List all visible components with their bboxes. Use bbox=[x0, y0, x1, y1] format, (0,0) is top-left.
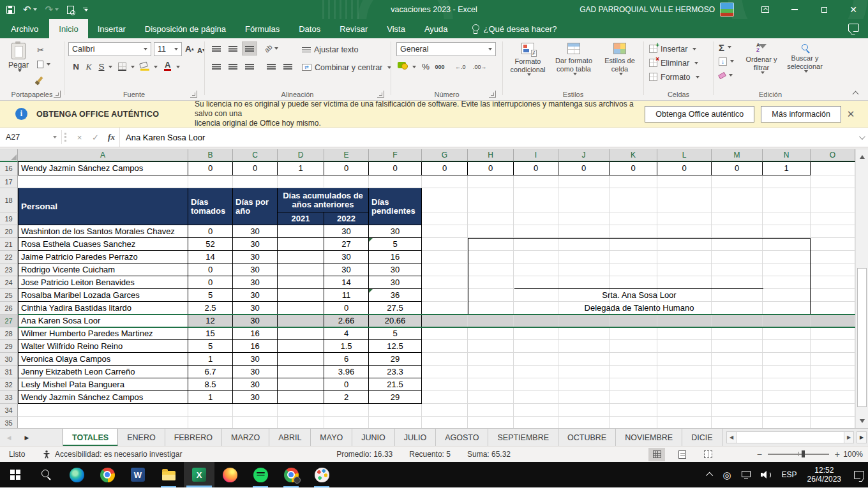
cell[interactable]: 30 bbox=[233, 251, 278, 264]
cell[interactable]: 0 bbox=[233, 162, 278, 175]
cell-styles-button[interactable]: Estilos de celda bbox=[597, 38, 642, 75]
save-button[interactable] bbox=[6, 0, 15, 19]
align-center-button[interactable] bbox=[225, 59, 241, 73]
cell[interactable] bbox=[657, 276, 712, 289]
print-preview-button[interactable] bbox=[67, 0, 74, 19]
cell[interactable] bbox=[468, 366, 514, 378]
cell[interactable]: 5 bbox=[188, 340, 233, 353]
row-header-29[interactable]: 29 bbox=[0, 340, 18, 353]
cell-name[interactable]: Lesly Mishel Pata Banguera bbox=[18, 378, 188, 391]
cell[interactable] bbox=[610, 315, 657, 327]
cell[interactable]: 2.5 bbox=[188, 302, 233, 315]
cell[interactable]: 0 bbox=[558, 162, 610, 175]
more-info-button[interactable]: Más información bbox=[761, 106, 841, 122]
number-format-select[interactable]: General bbox=[396, 42, 496, 56]
cell[interactable] bbox=[514, 340, 558, 353]
confirm-entry-button[interactable]: ✓ bbox=[87, 128, 103, 147]
cell[interactable] bbox=[558, 264, 610, 276]
cell[interactable] bbox=[558, 353, 610, 366]
row-header-17[interactable]: 17 bbox=[0, 175, 18, 188]
cell[interactable] bbox=[712, 302, 763, 315]
cell-name[interactable]: Wilmer Humberto Paredes Martinez bbox=[18, 327, 188, 340]
cell[interactable] bbox=[712, 289, 763, 302]
cell[interactable]: 0 bbox=[657, 162, 712, 175]
cut-button[interactable]: ✂ bbox=[36, 43, 52, 56]
cell[interactable] bbox=[763, 327, 811, 340]
clock[interactable]: 12:52 26/4/2023 bbox=[807, 466, 841, 484]
cell[interactable] bbox=[811, 225, 855, 238]
cell[interactable] bbox=[514, 251, 558, 264]
cell[interactable]: 52 bbox=[188, 238, 233, 251]
cell[interactable] bbox=[610, 353, 657, 366]
cell[interactable]: 1 bbox=[278, 162, 324, 175]
cell[interactable] bbox=[610, 175, 657, 188]
tab-datos[interactable]: Datos bbox=[289, 19, 330, 38]
cell[interactable] bbox=[712, 188, 763, 212]
row-header-18[interactable]: 18 bbox=[0, 188, 18, 212]
cell[interactable] bbox=[369, 175, 422, 188]
cell[interactable] bbox=[610, 340, 657, 353]
cell[interactable] bbox=[514, 264, 558, 276]
cell[interactable] bbox=[422, 417, 468, 428]
cell[interactable] bbox=[558, 315, 610, 327]
cell[interactable] bbox=[610, 302, 657, 315]
alignment-dialog-launcher[interactable] bbox=[377, 91, 384, 98]
cell[interactable] bbox=[558, 302, 610, 315]
vertical-scroll-thumb[interactable] bbox=[857, 268, 867, 407]
cell[interactable] bbox=[422, 264, 468, 276]
cell[interactable] bbox=[610, 404, 657, 417]
cell[interactable] bbox=[468, 417, 514, 428]
cell[interactable] bbox=[514, 417, 558, 428]
language-indicator[interactable]: ESP bbox=[782, 470, 797, 479]
column-header-L[interactable]: L bbox=[657, 149, 712, 162]
column-header-F[interactable]: F bbox=[369, 149, 422, 162]
cell[interactable] bbox=[514, 302, 558, 315]
cell[interactable] bbox=[422, 366, 468, 378]
cell[interactable] bbox=[657, 391, 712, 404]
scroll-right-arrow[interactable]: ▶ bbox=[844, 431, 854, 443]
cell[interactable] bbox=[712, 212, 763, 225]
taskbar-chrome[interactable] bbox=[92, 462, 123, 487]
row-header-23[interactable]: 23 bbox=[0, 264, 18, 276]
number-dialog-launcher[interactable] bbox=[489, 91, 496, 98]
cell[interactable] bbox=[657, 264, 712, 276]
cell[interactable] bbox=[233, 417, 278, 428]
cell[interactable]: 30 bbox=[233, 276, 278, 289]
taskbar-firefox[interactable] bbox=[214, 462, 245, 487]
cell[interactable]: 30 bbox=[369, 225, 422, 238]
row-header-27[interactable]: 27 bbox=[0, 315, 18, 327]
cell[interactable] bbox=[610, 264, 657, 276]
font-name-select[interactable]: Calibri bbox=[68, 42, 151, 56]
tab-fórmulas[interactable]: Fórmulas bbox=[236, 19, 289, 38]
cell[interactable] bbox=[763, 238, 811, 251]
cell[interactable]: 0 bbox=[188, 225, 233, 238]
cell[interactable] bbox=[657, 188, 712, 212]
sheet-tab-marzo[interactable]: MARZO bbox=[222, 429, 269, 446]
cell[interactable]: 0 bbox=[324, 302, 369, 315]
cell-name[interactable]: Jaime Patricio Paredes Perrazo bbox=[18, 251, 188, 264]
cell[interactable]: 1 bbox=[188, 353, 233, 366]
cell[interactable] bbox=[422, 302, 468, 315]
cell[interactable] bbox=[558, 340, 610, 353]
cell-name[interactable]: Jenny Ekizabeth Leon Carreño bbox=[18, 366, 188, 378]
sheet-tab-julio[interactable]: JULIO bbox=[395, 429, 436, 446]
column-header-O[interactable]: O bbox=[811, 149, 855, 162]
cell[interactable]: 1 bbox=[188, 391, 233, 404]
cell[interactable] bbox=[278, 417, 324, 428]
formula-bar-handle[interactable] bbox=[64, 133, 70, 142]
taskbar-start[interactable] bbox=[0, 462, 31, 487]
cell[interactable] bbox=[514, 366, 558, 378]
taskbar-edge[interactable] bbox=[61, 462, 92, 487]
cell[interactable] bbox=[278, 238, 324, 251]
redo-button[interactable]: ↷ bbox=[45, 0, 59, 19]
cell[interactable] bbox=[712, 251, 763, 264]
tab-revisar[interactable]: Revisar bbox=[330, 19, 377, 38]
cell[interactable] bbox=[422, 188, 468, 212]
row-header-28[interactable]: 28 bbox=[0, 327, 18, 340]
cell[interactable] bbox=[422, 315, 468, 327]
cell[interactable] bbox=[712, 276, 763, 289]
column-header-G[interactable]: G bbox=[422, 149, 468, 162]
cell[interactable] bbox=[811, 302, 855, 315]
align-middle-button[interactable] bbox=[225, 41, 241, 56]
format-painter-button[interactable] bbox=[36, 73, 52, 85]
